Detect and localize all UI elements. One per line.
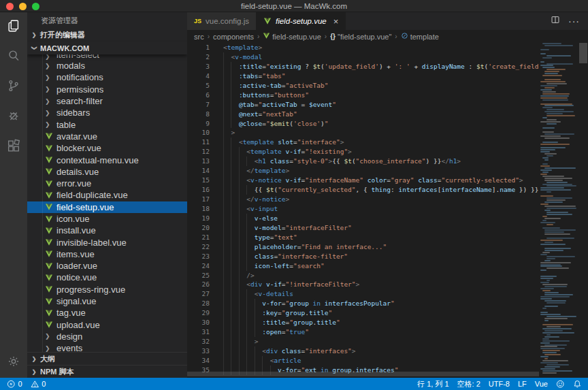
tree-file-loader.vue[interactable]: loader.vue: [27, 260, 187, 272]
code-line-21[interactable]: 21 type="text": [187, 233, 539, 242]
tree-folder-search-filter[interactable]: ❯search-filter: [27, 95, 187, 107]
status-bell[interactable]: [573, 380, 582, 389]
code-line-14[interactable]: 14 </template>: [187, 166, 539, 176]
code-line-12[interactable]: 12 <template v-if="!existing">: [187, 147, 539, 157]
horizontal-scrollbar[interactable]: [187, 372, 539, 376]
tree-folder-permissions[interactable]: ❯permissions: [27, 84, 187, 95]
code-line-9[interactable]: 9 @close="$emit('close')": [187, 119, 539, 129]
minimize-window-button[interactable]: [19, 3, 27, 10]
tree-folder-table[interactable]: ❯table: [27, 118, 187, 130]
code-line-16[interactable]: 16 {{ $t("currently_selected", { thing: …: [187, 185, 539, 195]
breadcrumb-item-4[interactable]: {}"field-setup.vue": [330, 33, 391, 41]
tree-folder-notifications[interactable]: ❯notifications: [27, 71, 187, 83]
code-line-7[interactable]: 7 @tab="activeTab = $event": [187, 100, 539, 110]
code-line-18[interactable]: 18 <v-input: [187, 204, 539, 214]
code-line-26[interactable]: 26 <div v-if="!interfaceFilter">: [187, 280, 539, 289]
outline-section[interactable]: ❯ 大纲: [27, 352, 187, 365]
tab-vue.config.js[interactable]: JSvue.config.js: [187, 12, 257, 30]
tree-file-invisible-label.vue[interactable]: invisible-label.vue: [27, 236, 187, 248]
tree-folder-modals[interactable]: ❯modals: [27, 60, 187, 71]
code-line-34[interactable]: 34 <article: [187, 356, 539, 365]
status-right-item-4[interactable]: Vue: [535, 380, 548, 388]
code-line-22[interactable]: 22 placeholder="Find an interface...": [187, 242, 539, 252]
tree-folder-events[interactable]: ❯events: [27, 342, 187, 352]
tree-file-blocker.vue[interactable]: blocker.vue: [27, 142, 187, 154]
code-line-33[interactable]: 33 <div class="interfaces">: [187, 346, 539, 356]
tree-file-tag.vue[interactable]: tag.vue: [27, 307, 187, 319]
line-number: 10: [187, 128, 210, 137]
tree-file-error.vue[interactable]: error.vue: [27, 178, 187, 189]
breadcrumb-item-2[interactable]: components: [213, 33, 254, 41]
code-editor[interactable]: 1<template>2 <v-modal3 :title="existing …: [187, 43, 588, 378]
activity-item-debug[interactable]: [0, 102, 27, 132]
code-line-4[interactable]: 4 :tabs="tabs": [187, 71, 539, 81]
tab-field-setup.vue[interactable]: field-setup.vue×: [257, 12, 346, 30]
tree-file-field-duplicate.vue[interactable]: field-duplicate.vue: [27, 189, 187, 201]
code-line-24[interactable]: 24 icon-left="search": [187, 261, 539, 271]
code-line-25[interactable]: 25 />: [187, 271, 539, 280]
vertical-scrollbar[interactable]: [578, 43, 588, 378]
npm-scripts-section[interactable]: ❯ NPM 脚本: [27, 365, 187, 378]
breadcrumb-item-3[interactable]: field-setup.vue: [263, 32, 321, 41]
tree-file-icon.vue[interactable]: icon.vue: [27, 213, 187, 225]
code-line-30[interactable]: 30 :title="group.title": [187, 318, 539, 327]
code-line-1[interactable]: 1<template>: [187, 43, 539, 52]
tree-file-field-setup.vue[interactable]: field-setup.vue: [27, 201, 187, 213]
status-right-item-3[interactable]: LF: [518, 380, 527, 388]
activity-item-search[interactable]: [0, 42, 27, 72]
code-line-2[interactable]: 2 <v-modal: [187, 52, 539, 62]
breadcrumb-item-5[interactable]: template: [401, 32, 439, 41]
status-right-item-1[interactable]: 空格: 2: [457, 379, 480, 389]
code-line-31[interactable]: 31 :open="true": [187, 327, 539, 337]
status-warning[interactable]: 0: [31, 380, 46, 389]
tree-file-upload.vue[interactable]: upload.vue: [27, 319, 187, 331]
code-line-17[interactable]: 17 </v-notice>: [187, 195, 539, 204]
code-line-27[interactable]: 27 <v-details: [187, 289, 539, 299]
tree-folder-design[interactable]: ❯design: [27, 331, 187, 342]
tree-folder-item-select[interactable]: ❯item-select: [27, 54, 187, 60]
breadcrumb-item-1[interactable]: src: [194, 33, 204, 41]
more-actions-icon[interactable]: ···: [568, 16, 580, 27]
tree-file-signal.vue[interactable]: signal.vue: [27, 295, 187, 307]
status-error[interactable]: 0: [7, 380, 22, 389]
tree-folder-sidebars[interactable]: ❯sidebars: [27, 107, 187, 118]
tree-file-notice.vue[interactable]: notice.vue: [27, 272, 187, 283]
activity-item-source-control[interactable]: [0, 72, 27, 102]
status-right-item-2[interactable]: UTF-8: [489, 380, 510, 388]
status-right-item-0[interactable]: 行 1, 列 1: [417, 379, 448, 389]
code-line-3[interactable]: 3 :title="existing ? $t('update_field') …: [187, 62, 539, 71]
status-feedback[interactable]: [556, 380, 565, 389]
code-line-32[interactable]: 32 >: [187, 337, 539, 346]
tree-file-install.vue[interactable]: install.vue: [27, 225, 187, 236]
close-window-button[interactable]: [6, 3, 14, 10]
code-line-11[interactable]: 11 <template slot="interface">: [187, 137, 539, 147]
code-line-19[interactable]: 19 v-else: [187, 214, 539, 223]
code-line-29[interactable]: 29 :key="group.title": [187, 308, 539, 318]
activity-item-settings[interactable]: [0, 348, 27, 378]
debug-icon: [6, 108, 21, 126]
code-line-6[interactable]: 6 :buttons="buttons": [187, 91, 539, 100]
close-tab-icon[interactable]: ×: [333, 16, 339, 27]
code-line-5[interactable]: 5 :active-tab="activeTab": [187, 81, 539, 91]
tree-file-progress-ring.vue[interactable]: progress-ring.vue: [27, 284, 187, 295]
tree-file-avatar.vue[interactable]: avatar.vue: [27, 131, 187, 142]
code-line-28[interactable]: 28 v-for="group in interfacesPopular": [187, 299, 539, 308]
vertical-scrollbar-slider[interactable]: [579, 43, 587, 63]
minimap[interactable]: [539, 43, 578, 378]
tree-file-details.vue[interactable]: details.vue: [27, 166, 187, 178]
code-line-20[interactable]: 20 v-model="interfaceFilter": [187, 223, 539, 233]
code-line-13[interactable]: 13 <h1 class="style-0">{{ $t("choose_int…: [187, 157, 539, 166]
split-editor-icon[interactable]: [551, 15, 560, 27]
activity-item-extensions[interactable]: [0, 132, 27, 162]
code-lines[interactable]: 1<template>2 <v-modal3 :title="existing …: [187, 43, 539, 378]
code-line-23[interactable]: 23 class="interface-filter": [187, 252, 539, 261]
tree-file-contextual-menu.vue[interactable]: contextual-menu.vue: [27, 154, 187, 165]
code-line-8[interactable]: 8 @next="nextTab": [187, 110, 539, 119]
tree-file-items.vue[interactable]: items.vue: [27, 248, 187, 260]
zoom-window-button[interactable]: [32, 3, 39, 10]
code-line-15[interactable]: 15 <v-notice v-if="interfaceName" color=…: [187, 176, 539, 185]
project-section-header[interactable]: ❯ MACWK.COM: [27, 42, 187, 54]
code-line-10[interactable]: 10 >: [187, 128, 539, 137]
activity-item-files[interactable]: [0, 12, 27, 42]
open-editors-section[interactable]: ❯ 打开的编辑器: [27, 29, 187, 42]
